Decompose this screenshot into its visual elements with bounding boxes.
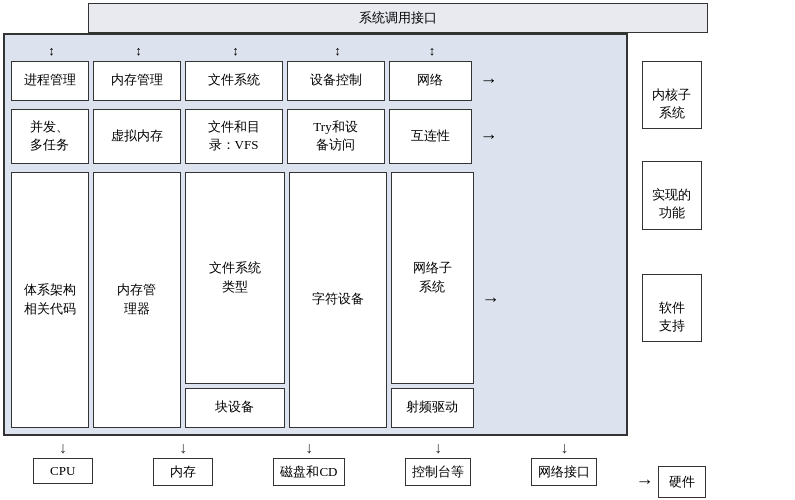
row3-right-arrow: → bbox=[482, 172, 500, 428]
bottom-disk: ↓ 磁盘和CD bbox=[273, 440, 344, 486]
cell-network: 网络 bbox=[389, 61, 472, 101]
arrow-extra bbox=[478, 43, 618, 59]
syscall-bar: 系统调用接口 bbox=[88, 3, 708, 33]
arrow-down-cpu: ↓ bbox=[59, 440, 67, 456]
row1: 进程管理 内存管理 文件系统 设备控制 网络 → bbox=[11, 61, 620, 101]
diagram: 系统调用接口 ↕ ↕ ↕ ↕ ↕ 进程管理 内存管理 bbox=[3, 3, 793, 498]
kernel-box: ↕ ↕ ↕ ↕ ↕ 进程管理 内存管理 文件系统 设备控制 bbox=[3, 33, 628, 436]
cell-net-subsystem: 网络子 系统 bbox=[391, 172, 474, 384]
bottom-cpu: ↓ CPU bbox=[33, 440, 93, 484]
row2-right-arrow: → bbox=[480, 109, 498, 164]
row3: 体系架构 相关代码 内存管 理器 文件系统 类型 块设备 字符 bbox=[11, 172, 620, 428]
arrow4: ↕ bbox=[289, 43, 387, 59]
arrow-down-disk: ↓ bbox=[305, 440, 313, 456]
cell-concurrency: 并发、 多任务 bbox=[11, 109, 89, 164]
arrow-down-console: ↓ bbox=[434, 440, 442, 456]
row2: 并发、 多任务 虚拟内存 文件和目 录：VFS Try和设 备访问 互连性 → bbox=[11, 109, 620, 164]
arrow5: ↕ bbox=[391, 43, 474, 59]
bottom-netif: ↓ 网络接口 bbox=[531, 440, 597, 486]
label-disk: 磁盘和CD bbox=[273, 458, 344, 486]
label-console: 控制台等 bbox=[405, 458, 471, 486]
cell-rf-driver: 射频驱动 bbox=[391, 388, 474, 428]
bottom-right: → 硬件 bbox=[628, 440, 706, 498]
cell-process-mgmt: 进程管理 bbox=[11, 61, 89, 101]
col5-nested: 网络子 系统 射频驱动 bbox=[391, 172, 474, 428]
right-label-impl: 实现的 功能 bbox=[642, 161, 702, 230]
arrow-down-netif: ↓ bbox=[560, 440, 568, 456]
right-labels: 内核子 系统 实现的 功能 软件 支持 bbox=[628, 33, 793, 436]
arrow2: ↕ bbox=[95, 43, 183, 59]
cell-arch-code: 体系架构 相关代码 bbox=[11, 172, 89, 428]
bottom-console: ↓ 控制台等 bbox=[405, 440, 471, 486]
cell-virtual-mem: 虚拟内存 bbox=[93, 109, 181, 164]
bottom-items: ↓ CPU ↓ 内存 ↓ 磁盘和CD ↓ bbox=[3, 440, 628, 486]
cell-memory-mgmt: 内存管理 bbox=[93, 61, 181, 101]
arrow-right-hardware: → bbox=[636, 471, 654, 492]
arrow3: ↕ bbox=[187, 43, 285, 59]
top-arrows-row: ↕ ↕ ↕ ↕ ↕ bbox=[11, 43, 620, 59]
label-cpu: CPU bbox=[33, 458, 93, 484]
cell-device-ctrl: 设备控制 bbox=[287, 61, 385, 101]
cell-char-dev: 字符设备 bbox=[289, 172, 387, 428]
label-netif: 网络接口 bbox=[531, 458, 597, 486]
right-label-kernel: 内核子 系统 bbox=[642, 61, 702, 130]
row1-right-arrow: → bbox=[480, 61, 498, 101]
right-label-software: 软件 支持 bbox=[642, 274, 702, 343]
label-mem: 内存 bbox=[153, 458, 213, 486]
bottom-mem: ↓ 内存 bbox=[153, 440, 213, 486]
cell-interconnect: 互连性 bbox=[389, 109, 472, 164]
arrow1: ↕ bbox=[13, 43, 91, 59]
syscall-label: 系统调用接口 bbox=[359, 10, 437, 25]
cell-try-access: Try和设 备访问 bbox=[287, 109, 385, 164]
cell-vfs: 文件和目 录：VFS bbox=[185, 109, 283, 164]
hardware-box: 硬件 bbox=[658, 466, 706, 498]
arrow-down-mem: ↓ bbox=[179, 440, 187, 456]
cell-filesystem: 文件系统 bbox=[185, 61, 283, 101]
cell-block-dev: 块设备 bbox=[185, 388, 285, 428]
cell-mem-manager: 内存管 理器 bbox=[93, 172, 181, 428]
bottom-row: ↓ CPU ↓ 内存 ↓ 磁盘和CD ↓ bbox=[3, 440, 793, 498]
main-area: ↕ ↕ ↕ ↕ ↕ 进程管理 内存管理 文件系统 设备控制 bbox=[3, 33, 793, 436]
cell-fs-types: 文件系统 类型 bbox=[185, 172, 285, 384]
col3-nested: 文件系统 类型 块设备 bbox=[185, 172, 285, 428]
